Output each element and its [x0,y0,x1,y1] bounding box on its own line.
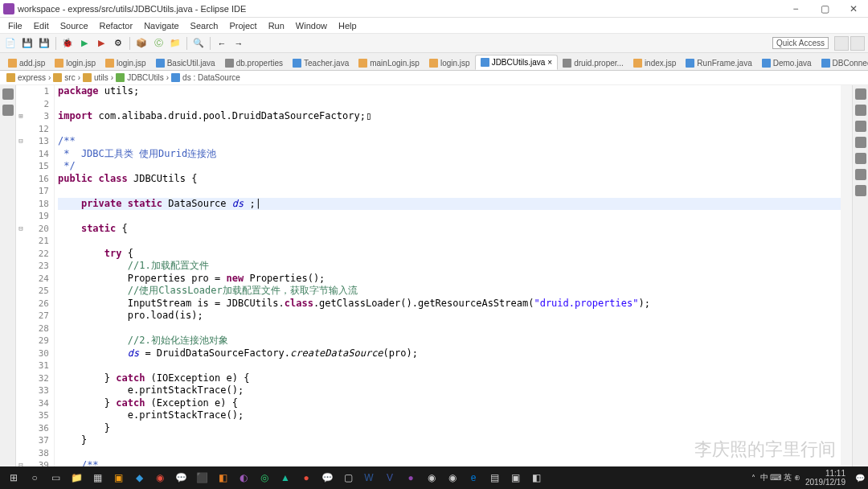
run-ext-icon[interactable]: ▶ [94,36,108,51]
tab-druid-proper-[interactable]: druid.proper... [558,56,628,70]
new-package-icon[interactable]: 📦 [134,36,149,51]
app11-icon[interactable]: ● [296,469,317,487]
tab-dbconnectio-[interactable]: DBConnectio... [817,56,868,70]
menu-navigate[interactable]: Navigate [139,19,183,32]
perspective-java-icon[interactable] [834,36,849,51]
back-icon[interactable]: ← [215,36,229,51]
minimize-button[interactable]: − [784,2,807,16]
breadcrumb-item[interactable]: utils [94,73,108,82]
app10-icon[interactable]: ▲ [275,469,296,487]
app5-icon[interactable]: 💬 [170,469,191,487]
app6-icon[interactable]: ⬛ [191,469,212,487]
fold-marker[interactable]: ⊞ [16,110,26,123]
menu-file[interactable]: File [3,19,27,32]
problems-icon[interactable] [855,121,866,132]
breadcrumb-item[interactable]: express [18,73,46,82]
app12-icon[interactable]: ▢ [338,469,358,487]
fold-marker [16,198,26,211]
menu-edit[interactable]: Edit [29,19,54,32]
app16-icon[interactable]: ◧ [526,469,547,487]
tray-up-icon[interactable]: ˄ [751,474,755,483]
app2-icon[interactable]: ▣ [108,469,129,487]
clock[interactable]: 11:11 2019/12/19 [805,469,850,487]
tab-add-jsp[interactable]: add.jsp [3,56,50,70]
visio-icon[interactable]: V [379,469,400,487]
eclipse-icon[interactable]: ● [400,469,421,487]
fold-marker [16,260,26,273]
quick-access[interactable]: Quick Access [772,37,829,49]
tab-login-jsp[interactable]: login.jsp [50,56,100,70]
app14-icon[interactable]: ▤ [484,469,505,487]
wechat-icon[interactable]: 💬 [317,469,338,487]
new-class-icon[interactable]: Ⓒ [151,36,166,51]
perspective-jee-icon[interactable] [850,36,865,51]
menu-search[interactable]: Search [186,19,223,32]
breadcrumb[interactable]: express›src›utils›JDBCUtils›ds : DataSou… [0,71,868,85]
app13-icon[interactable]: ◉ [421,469,442,487]
new-folder-icon[interactable]: 📁 [168,36,182,51]
tab-demo-java[interactable]: Demo.java [757,56,817,70]
tab-teacher-java[interactable]: Teacher.java [288,56,354,70]
run-icon[interactable]: ▶ [77,36,92,51]
app1-icon[interactable]: ▦ [87,469,108,487]
snippets-icon[interactable] [855,185,866,196]
taskview-icon[interactable]: ▭ [45,469,66,487]
tab-jdbcutils-java[interactable]: JDBCUtils.java× [475,55,559,70]
tab-mainlogin-jsp[interactable]: mainLogin.jsp [354,56,424,70]
tab-runframe-java[interactable]: RunFrame.java [681,56,756,70]
search-taskbar-icon[interactable]: ○ [24,469,45,487]
fold-marker[interactable]: ⊟ [16,223,26,236]
app9-icon[interactable]: ◎ [254,469,275,487]
fold-marker [16,185,26,198]
app4-icon[interactable]: ◉ [149,469,170,487]
overview-ruler[interactable] [841,85,852,471]
run-server-icon[interactable]: ⚙ [111,36,125,51]
menu-window[interactable]: Window [291,19,332,32]
chrome-icon[interactable]: ◉ [442,469,463,487]
close-icon[interactable]: × [547,58,552,67]
menu-refactor[interactable]: Refactor [95,19,138,32]
tab-login-jsp[interactable]: login.jsp [100,56,151,70]
servers-icon[interactable] [855,137,866,148]
fold-marker[interactable]: ⊟ [16,135,26,148]
close-button[interactable]: ✕ [842,2,865,16]
word-icon[interactable]: W [358,469,379,487]
forward-icon[interactable]: → [231,36,246,51]
breadcrumb-item[interactable]: ds : DataSource [182,73,240,82]
tab-db-properties[interactable]: db.properties [220,56,288,70]
ime-indicator[interactable]: 中 ⌨ 英 ⊕ [760,472,800,483]
outline-icon[interactable] [855,88,866,100]
code-editor[interactable]: ⊞⊟⊟⊟⊟⊟ 123121314151617181920212223242526… [16,85,852,471]
notification-icon[interactable]: 💬 [855,474,865,483]
app8-icon[interactable]: ◐ [233,469,254,487]
tab-basicutil-java[interactable]: BasicUtil.java [151,56,220,70]
package-explorer-icon[interactable] [2,88,14,100]
app7-icon[interactable]: ◧ [212,469,233,487]
menu-run[interactable]: Run [264,19,289,32]
start-button[interactable]: ⊞ [3,469,24,487]
navigator-icon[interactable] [2,105,14,116]
menu-project[interactable]: Project [224,19,261,32]
windows-taskbar: ⊞ ○ ▭ 📁 ▦ ▣ ◆ ◉ 💬 ⬛ ◧ ◐ ◎ ▲ ● 💬 ▢ W V ● … [0,466,868,489]
save-icon[interactable]: 💾 [20,36,35,51]
app3-icon[interactable]: ◆ [129,469,149,487]
system-tray[interactable]: ˄ 中 ⌨ 英 ⊕ 11:11 2019/12/19 💬 [751,469,865,487]
tab-login-jsp[interactable]: login.jsp [424,56,475,70]
tab-index-jsp[interactable]: index.jsp [628,56,681,70]
menu-help[interactable]: Help [334,19,362,32]
edge-icon[interactable]: e [463,469,484,487]
app15-icon[interactable]: ▣ [505,469,526,487]
terminal-icon[interactable] [855,169,866,180]
new-icon[interactable]: 📄 [3,36,18,51]
maximize-button[interactable]: ▢ [813,2,836,16]
explorer-icon[interactable]: 📁 [66,469,87,487]
menu-source[interactable]: Source [55,19,93,32]
search-icon[interactable]: 🔍 [191,36,206,51]
debug-icon[interactable]: 🐞 [60,36,75,51]
task-icon[interactable] [855,105,866,116]
save-all-icon[interactable]: 💾 [37,36,51,51]
breadcrumb-item[interactable]: src [64,73,75,82]
code-area[interactable]: package utils; import com.alibaba.druid.… [55,85,852,471]
console-icon[interactable] [855,153,866,164]
breadcrumb-item[interactable]: JDBCUtils [127,73,164,82]
